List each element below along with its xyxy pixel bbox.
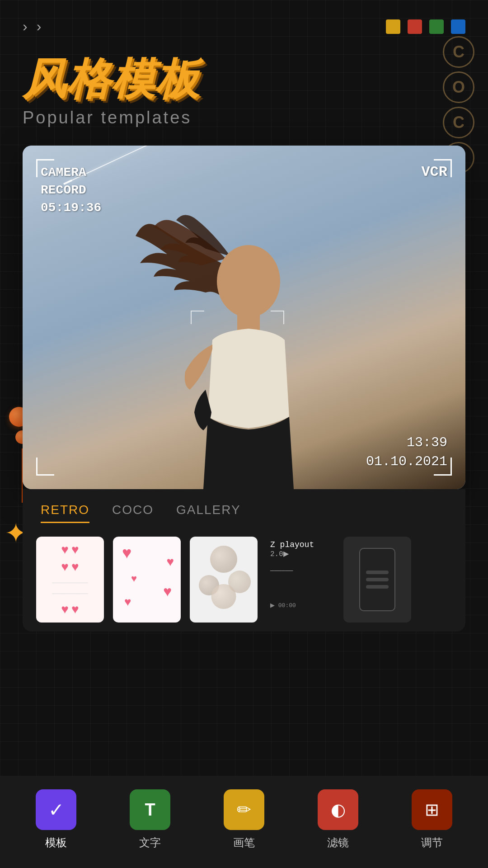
template-thumb-2[interactable]: ♥ ♥ ♥ ♥ ♥: [113, 537, 181, 623]
back-arrow[interactable]: ›: [23, 18, 28, 35]
thumbnails-row: ♥♥ ♥♥ ─────── ─────── ♥♥ ♥ ♥ ♥ ♥ ♥: [23, 528, 465, 632]
template-thumb-3[interactable]: [190, 537, 258, 623]
toolbar-template[interactable]: ✓ 模板: [36, 789, 76, 850]
sub-title: Popular templates: [23, 108, 465, 127]
adjust-icon: ⊞: [425, 800, 439, 820]
vcr-text-bottom: 13:39 01.10.2021: [366, 433, 447, 471]
color-swatch-blue[interactable]: [451, 19, 465, 34]
timecode-label: 05:19:36: [41, 201, 101, 215]
template-icon-box: ✓: [36, 789, 76, 830]
toolbar-filter[interactable]: ◐ 滤镜: [318, 789, 358, 850]
toolbar-adjust-label: 调节: [421, 835, 443, 850]
template-panel: RETRO COCO GALLERY ♥♥ ♥♥ ─────── ───────…: [23, 489, 465, 632]
adjust-icon-box: ⊞: [412, 789, 452, 830]
preview-card: CAMERA RECORD 05:19:36 VCR 13:39 01.10.2…: [23, 146, 465, 489]
photo-background: CAMERA RECORD 05:19:36 VCR 13:39 01.10.2…: [23, 146, 465, 489]
toolbar-adjust[interactable]: ⊞ 调节: [412, 789, 452, 850]
tab-gallery[interactable]: GALLERY: [176, 503, 241, 523]
vcr-corner-bl: [36, 458, 54, 476]
bottom-toolbar: ✓ 模板 T 文字 ✏ 画笔 ◐ 滤镜 ⊞ 调节: [0, 776, 488, 868]
tab-retro[interactable]: RETRO: [41, 503, 89, 523]
main-title: 风格模板: [23, 57, 465, 101]
toolbar-template-label: 模板: [45, 835, 67, 850]
nav-arrows: › ›: [23, 18, 41, 35]
vcr-label: VCR: [421, 164, 447, 180]
toolbar-brush-label: 画笔: [233, 835, 255, 850]
template-thumb-5[interactable]: [343, 537, 411, 623]
toolbar-brush[interactable]: ✏ 画笔: [224, 789, 264, 850]
toolbar-text-label: 文字: [139, 835, 161, 850]
color-swatch-green[interactable]: [429, 19, 444, 34]
template-thumb-4[interactable]: Z playout 2.0▶ ────── ▶ 00:00: [267, 537, 334, 623]
airplane-trail: [68, 146, 191, 183]
filter-icon-box: ◐: [318, 789, 358, 830]
title-section: 风格模板 Popular templates: [0, 35, 488, 137]
color-swatch-red[interactable]: [408, 19, 422, 34]
brush-icon-box: ✏: [224, 789, 264, 830]
toolbar-filter-label: 滤镜: [327, 835, 349, 850]
camera-label: CAMERA: [41, 165, 86, 179]
vcr-text-top: CAMERA RECORD 05:19:36: [41, 164, 101, 217]
vcr-corner-tr: [434, 159, 452, 177]
template-check-icon: ✓: [48, 799, 64, 821]
svg-point-0: [217, 245, 280, 317]
text-icon-box: T: [130, 789, 170, 830]
vcr-corner-tl: [36, 159, 54, 177]
filter-icon: ◐: [331, 800, 346, 820]
header: › ›: [0, 0, 488, 35]
vcr-date: 01.10.2021: [366, 452, 447, 471]
color-swatch-yellow[interactable]: [386, 19, 400, 34]
text-icon: T: [145, 800, 155, 820]
vcr-corner-br: [434, 458, 452, 476]
vcr-time: 13:39: [366, 433, 447, 452]
tab-coco[interactable]: COCO: [112, 503, 154, 523]
color-swatches: [386, 19, 465, 34]
person-silhouette: [131, 182, 357, 489]
tab-bar: RETRO COCO GALLERY: [23, 489, 465, 528]
template-thumb-1[interactable]: ♥♥ ♥♥ ─────── ─────── ♥♥: [36, 537, 104, 623]
toolbar-text[interactable]: T 文字: [130, 789, 170, 850]
forward-arrow[interactable]: ›: [37, 18, 42, 35]
record-label: RECORD: [41, 183, 86, 197]
brush-icon: ✏: [237, 800, 251, 820]
